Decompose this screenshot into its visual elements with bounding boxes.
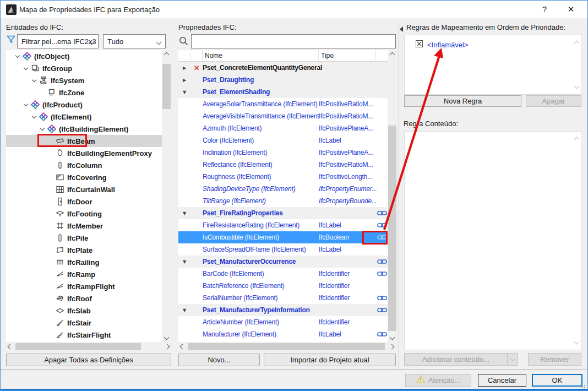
property-row[interactable]: Reflectance (IfcElement)IfcPositiveRatio… xyxy=(178,159,388,171)
tree-item-ifcslab[interactable]: IfcSlab xyxy=(6,305,162,317)
tree-item-ifcramp[interactable]: IfcRamp xyxy=(6,268,162,280)
property-row[interactable]: Inclination (IfcElement)IfcPositivePlane… xyxy=(178,146,388,159)
property-row[interactable]: SurfaceSpreadOfFlame (IfcElement)IfcLabe… xyxy=(178,243,388,256)
table-hscroll-thumb[interactable] xyxy=(188,343,385,350)
tree-item-ifcgroup[interactable]: IfcGroup xyxy=(6,62,162,74)
tree-item-ifcobject[interactable]: (IfcObject) xyxy=(6,50,162,62)
cancel-button[interactable]: Cancelar xyxy=(478,374,526,387)
delete-rule-button[interactable]: Apagar xyxy=(526,95,581,107)
property-name: Roughness (IfcElement) xyxy=(203,173,319,181)
tree-item-ifcpile[interactable]: IfcPile xyxy=(6,232,162,244)
tree-item-ifcbeam[interactable]: IfcBeam xyxy=(6,135,162,147)
new-rule-button[interactable]: Nova Regra xyxy=(404,95,521,107)
column-header-name[interactable]: Nome xyxy=(203,50,319,61)
add-content-button[interactable]: Adicionar conteúdo... xyxy=(404,353,518,366)
pset-row[interactable]: ▼Pset_ManufacturerTypeInformation xyxy=(178,304,388,316)
tree-item-ifcdoor[interactable]: IfcDoor xyxy=(6,196,162,208)
tree-item-ifcrailing[interactable]: IfcRailing xyxy=(6,256,162,268)
filter-scheme-select[interactable]: Filtrar pel...ema IFC2x3 xyxy=(17,34,99,48)
pset-row[interactable]: ▶✕Pset_ConcreteElementQuantityGeneral xyxy=(178,62,388,74)
warning-button[interactable]: Atenção... xyxy=(405,374,471,387)
remove-content-button[interactable]: Remover xyxy=(528,353,581,366)
rampflight-icon xyxy=(55,282,66,291)
tree-item-ifccovering[interactable]: IfcCovering xyxy=(6,171,162,183)
tree-vertical-scrollbar[interactable] xyxy=(162,50,171,342)
pset-row[interactable]: ▼Pset_ElementShading xyxy=(178,86,388,98)
scroll-up-icon[interactable] xyxy=(574,137,580,143)
resize-grip[interactable] xyxy=(580,382,586,388)
tree-item-ifcroof[interactable]: IfcRoof xyxy=(6,292,162,305)
expander-icon[interactable]: ▼ xyxy=(178,259,190,264)
property-row[interactable]: TiltRange (IfcElement)IfcPropertyBounde.… xyxy=(178,195,388,207)
tree-horizontal-scrollbar[interactable] xyxy=(6,343,171,351)
property-row[interactable]: Manufacturer (IfcElement)IfcLabel xyxy=(178,328,388,340)
scroll-down-icon[interactable] xyxy=(574,339,580,345)
filter-scope-select[interactable]: Tudo xyxy=(103,34,166,48)
property-row[interactable]: Azimuth (IfcElement)IfcPositivePlaneA... xyxy=(178,122,388,134)
rule-list-item[interactable]: <Inflamável> xyxy=(416,40,468,49)
tree-item-ifcbuildingelement[interactable]: (IfcBuildingElement) xyxy=(6,123,162,135)
tree-expand-icon[interactable] xyxy=(22,67,30,69)
property-row[interactable]: FireResistanceRating (IfcElement)IfcLabe… xyxy=(178,219,388,231)
help-button[interactable]: ? xyxy=(532,1,557,18)
expander-icon[interactable]: ▶ xyxy=(178,66,190,70)
close-button[interactable]: ✕ xyxy=(559,1,583,18)
scroll-up-icon xyxy=(164,52,170,58)
add-content-dropdown[interactable] xyxy=(507,354,518,365)
new-button[interactable]: Novo... xyxy=(178,354,260,366)
tree-item-ifccolumn[interactable]: IfcColumn xyxy=(6,159,162,171)
tree-scroll-thumb[interactable] xyxy=(162,64,171,109)
tree-item-ifcbuildingelementproxy[interactable]: IfcBuildingElementProxy xyxy=(6,147,162,159)
tree-item-ifcsystem[interactable]: IfcSystem xyxy=(6,74,162,86)
table-horizontal-scrollbar[interactable] xyxy=(178,343,396,351)
tree-hscroll-thumb[interactable] xyxy=(15,343,141,350)
mapping-rules-list: <Inflamável> xyxy=(404,35,581,95)
tree-item-ifcproduct[interactable]: (IfcProduct) xyxy=(6,99,162,111)
ok-button[interactable]: OK xyxy=(532,374,582,387)
tree-expand-icon[interactable] xyxy=(39,128,46,130)
warning-icon xyxy=(416,376,425,385)
table-scroll-thumb[interactable] xyxy=(388,126,396,331)
property-row[interactable]: SerialNumber (IfcElement)IfcIdentifier xyxy=(178,292,388,304)
delete-all-definitions-button[interactable]: Apagar Todas as Definições xyxy=(6,354,171,366)
scroll-up-icon[interactable] xyxy=(574,41,580,46)
pset-row[interactable]: ▼Pset_ManufacturerOccurrence xyxy=(178,256,388,268)
property-type: IfcLabel xyxy=(319,137,376,144)
tree-item-ifccurtainwall[interactable]: IfcCurtainWall xyxy=(6,183,162,196)
property-row[interactable]: BatchReference (IfcElement)IfcIdentifier xyxy=(178,280,388,292)
tree-item-ifcmember[interactable]: IfcMember xyxy=(6,220,162,232)
property-row[interactable]: Color (IfcElement)IfcLabel xyxy=(178,134,388,146)
collapse-arrow-icon[interactable] xyxy=(399,25,404,34)
property-row[interactable]: BarCode (IfcElement)IfcIdentifier xyxy=(178,268,388,280)
tree-item-ifcstair[interactable]: IfcStair xyxy=(6,317,162,329)
property-row[interactable]: ArticleNumber (IfcElement)IfcIdentifier xyxy=(178,316,388,328)
pset-row[interactable]: ▼Pset_FireRatingProperties xyxy=(178,207,388,219)
table-vertical-scrollbar[interactable] xyxy=(388,50,397,342)
expander-icon[interactable]: ▼ xyxy=(178,90,190,95)
tree-item-ifcfooting[interactable]: IfcFooting xyxy=(6,208,162,220)
property-row[interactable]: AverageSolarTransmittance (IfcElement)If… xyxy=(178,98,388,110)
tree-item-ifcrampflight[interactable]: IfcRampFlight xyxy=(6,280,162,292)
tree-expand-icon[interactable] xyxy=(14,55,21,57)
property-row[interactable]: AverageVisibleTransmittance (IfcElement)… xyxy=(178,110,388,122)
rule-checkbox[interactable] xyxy=(416,40,423,49)
property-row[interactable]: ShadingDeviceType (IfcElement)IfcPropert… xyxy=(178,183,388,195)
property-row[interactable]: IsCombustible (IfcElement)IfcBoolean xyxy=(178,231,388,243)
column-header-type[interactable]: Tipo xyxy=(319,50,376,61)
tree-expand-icon[interactable] xyxy=(30,79,38,82)
tree-item-ifcplate[interactable]: IfcPlate xyxy=(6,244,162,256)
property-row[interactable]: Roughness (IfcElement)IfcPositiveLength.… xyxy=(178,171,388,183)
tree-item-ifcstairflight[interactable]: IfcStairFlight xyxy=(6,329,162,341)
property-type: IfcBoolean xyxy=(319,233,376,241)
tree-expand-icon[interactable] xyxy=(30,116,38,118)
tree-item-ifcelement[interactable]: (IfcElement) xyxy=(6,111,162,123)
expander-icon[interactable]: ▼ xyxy=(178,308,190,313)
pset-row[interactable]: ▶Pset_Draughting xyxy=(178,74,388,86)
expander-icon[interactable]: ▶ xyxy=(178,78,190,83)
scroll-down-icon[interactable] xyxy=(574,84,580,89)
search-input[interactable] xyxy=(191,34,396,48)
import-from-project-button[interactable]: Importar do Projeto atual xyxy=(264,354,396,366)
tree-item-ifczone[interactable]: IfcZone xyxy=(6,86,162,99)
tree-expand-icon[interactable] xyxy=(22,104,30,106)
expander-icon[interactable]: ▼ xyxy=(178,211,190,216)
